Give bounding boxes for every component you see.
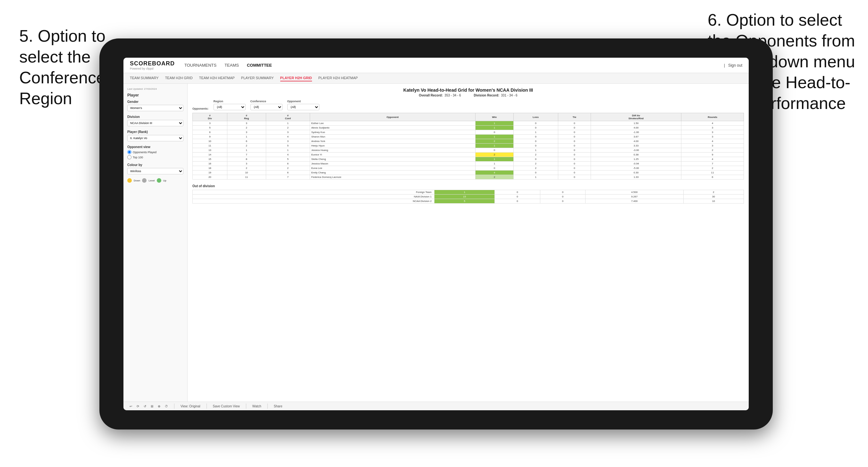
td-conf: 1: [266, 148, 310, 153]
ood-row: Foreign Team 1 0 0 4.500 2: [193, 190, 744, 194]
table-row: 18 2 2 Euna Lee 0 2 0 -5.00 2: [193, 166, 744, 170]
ood-tie: 0: [540, 190, 585, 194]
logo: SCOREBOARD Powered by clippd: [130, 60, 175, 70]
clock-btn[interactable]: ⏱: [163, 404, 169, 409]
crop-btn[interactable]: ⊞: [149, 404, 155, 409]
table-row: 14 7 4 Eunice Yi 2 2 0 0.38 9: [193, 153, 744, 157]
td-opponent: Sharon Mun: [310, 135, 475, 139]
td-rounds: 9: [681, 153, 744, 157]
td-opponent: Jessica Mason: [310, 161, 475, 166]
td-tie: 0: [558, 157, 591, 161]
view-original-btn[interactable]: View: Original: [179, 404, 202, 409]
table-header-row: #Div #Reg #Conf Opponent Win Loss Tie Di…: [193, 113, 744, 121]
logo-sub: Powered by clippd: [130, 67, 175, 70]
sub-nav-team-summary[interactable]: TEAM SUMMARY: [130, 75, 159, 82]
table-row: 5 2 2 Alexis Sudjianto 1 0 0 4.00 3: [193, 126, 744, 130]
radio-opponents-played-label: Opponents Played: [133, 151, 156, 154]
colour-by-label: Colour by: [127, 163, 183, 167]
radio-top100-input[interactable]: [127, 155, 131, 159]
sub-nav-team-h2h-grid[interactable]: TEAM H2H GRID: [165, 75, 193, 82]
colour-by-select[interactable]: Win/loss: [127, 168, 183, 174]
td-rounds: 4: [681, 121, 744, 126]
td-tie: 0: [558, 135, 591, 139]
grid-content: Katelyn Vo Head-to-Head Grid for Women's…: [188, 84, 749, 402]
td-tie: 0: [558, 139, 591, 144]
bottom-toolbar: ↩ ⟳ ↺ ⊞ ⊕ ⏱ View: Original Save Custom V…: [123, 402, 749, 410]
sub-nav-player-h2h-heatmap[interactable]: PLAYER H2H HEATMAP: [318, 75, 358, 82]
td-rounds: 3: [681, 126, 744, 130]
td-rounds: 6: [681, 175, 744, 180]
sub-nav-player-summary[interactable]: PLAYER SUMMARY: [241, 75, 274, 82]
td-conf: 4: [266, 153, 310, 157]
sign-out-link[interactable]: Sign out: [728, 63, 742, 68]
td-diff: 0.38: [591, 153, 681, 157]
share-btn[interactable]: Share: [273, 404, 284, 409]
th-diff: Diff AvStrokes/Rnd: [591, 113, 681, 121]
ood-win: 5: [434, 199, 494, 204]
ood-loss: 0: [495, 190, 540, 194]
last-updated: Last Updated: 27/03/2024: [127, 88, 183, 90]
sub-nav-team-h2h-heatmap[interactable]: TEAM H2H HEATMAP: [199, 75, 235, 82]
sidebar-division-label: Division: [127, 115, 183, 119]
redo-btn[interactable]: ⟳: [135, 404, 141, 409]
td-div: 11: [193, 144, 227, 148]
ood-win: 15: [434, 194, 494, 199]
move-btn[interactable]: ⊕: [156, 404, 162, 409]
td-diff: -5.00: [591, 166, 681, 170]
nav-teams[interactable]: TEAMS: [224, 62, 239, 69]
legend-dot-up: [157, 178, 161, 183]
region-select[interactable]: (All): [214, 104, 246, 110]
division-select[interactable]: NCAA Division III: [127, 120, 183, 126]
ood-diff: 9.267: [586, 194, 683, 199]
table-row: 16 3 6 Jessica Mason 1 2 0 -0.94 7: [193, 161, 744, 166]
sub-nav: TEAM SUMMARY TEAM H2H GRID TEAM H2H HEAT…: [123, 73, 749, 84]
undo-btn[interactable]: ↩: [128, 404, 133, 409]
th-win: Win: [475, 113, 514, 121]
sub-nav-player-h2h-grid[interactable]: PLAYER H2H GRID: [280, 75, 312, 82]
grid-header: Katelyn Vo Head-to-Head Grid for Women's…: [192, 88, 744, 97]
td-win: 1: [475, 157, 514, 161]
td-div: 20: [193, 175, 227, 180]
td-reg: 10: [227, 170, 266, 175]
td-reg: 8: [227, 157, 266, 161]
th-rounds: Rounds: [681, 113, 744, 121]
nav-tournaments[interactable]: TOURNAMENTS: [184, 62, 216, 69]
opponent-select[interactable]: (All): [287, 104, 319, 110]
out-of-division-label: Out of division: [192, 184, 744, 188]
sidebar-division-section: Division NCAA Division III: [127, 115, 183, 126]
td-div: 6: [193, 130, 227, 135]
ood-diff: 7.400: [586, 199, 683, 204]
td-div: 19: [193, 170, 227, 175]
save-custom-view-btn[interactable]: Save Custom View: [212, 404, 241, 409]
td-opponent: Federica Domecq Lacroze: [310, 175, 475, 180]
td-win: 1: [475, 135, 514, 139]
td-tie: 0: [558, 130, 591, 135]
td-rounds: 3: [681, 135, 744, 139]
radio-opponents-played-input[interactable]: [127, 150, 131, 154]
td-rounds: 2: [681, 148, 744, 153]
radio-top100[interactable]: Top 100: [127, 155, 183, 159]
gender-select[interactable]: Women's: [127, 105, 183, 111]
td-opponent: Esther Lee: [310, 121, 475, 126]
radio-opponents-played[interactable]: Opponents Played: [127, 150, 183, 154]
td-loss: 0: [514, 144, 558, 148]
td-rounds: 4: [681, 139, 744, 144]
watch-btn[interactable]: Watch: [251, 404, 262, 409]
td-diff: 0.30: [591, 170, 681, 175]
division-record-value: 331 - 34 - 6: [501, 94, 518, 97]
legend-dot-down: [127, 178, 132, 183]
td-win: 1: [475, 161, 514, 166]
td-conf: 6: [266, 161, 310, 166]
td-tie: 0: [558, 170, 591, 175]
toolbar-divider3: [246, 404, 246, 409]
td-reg: 3: [227, 161, 266, 166]
th-conf: #Conf: [266, 113, 310, 121]
table-row: 11 2 5 Heeju Hyun 1 0 0 3.33 3: [193, 144, 744, 148]
nav-committee[interactable]: COMMITTEE: [247, 62, 272, 69]
player-rank-select[interactable]: 6. Katelyn Vo: [127, 135, 183, 142]
td-reg: 7: [227, 153, 266, 157]
td-rounds: 4: [681, 157, 744, 161]
conference-select[interactable]: (All): [250, 104, 282, 110]
undo2-btn[interactable]: ↺: [143, 404, 148, 409]
table-row: 13 1 1 Jessica Huang 0 1 0 -3.00 2: [193, 148, 744, 153]
